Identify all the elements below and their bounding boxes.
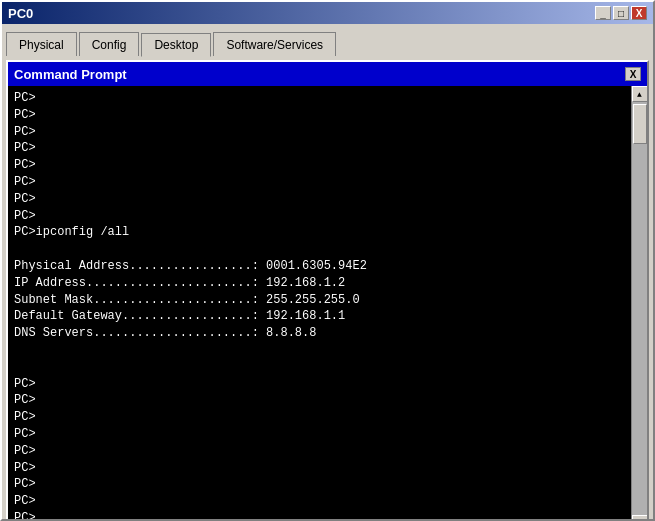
title-bar-buttons: _ □ X: [595, 6, 647, 20]
cmd-body-wrapper: PC> PC> PC> PC> PC> PC> PC> PC> PC>ipcon…: [8, 86, 647, 519]
cmd-close-button[interactable]: X: [625, 67, 641, 81]
command-prompt-window: Command Prompt X PC> PC> PC> PC> PC> PC>…: [6, 60, 649, 519]
scroll-up-button[interactable]: ▲: [632, 86, 648, 102]
main-window: PC0 _ □ X Physical Config Desktop Softwa…: [0, 0, 655, 521]
tab-physical[interactable]: Physical: [6, 32, 77, 56]
tab-software-services[interactable]: Software/Services: [213, 32, 336, 56]
title-bar: PC0 _ □ X: [2, 2, 653, 24]
maximize-button[interactable]: □: [613, 6, 629, 20]
tab-config[interactable]: Config: [79, 32, 140, 56]
scroll-thumb[interactable]: [633, 104, 647, 144]
scroll-track: [632, 102, 647, 515]
scroll-down-button[interactable]: ▼: [632, 515, 648, 519]
tab-desktop[interactable]: Desktop: [141, 33, 211, 57]
cmd-terminal[interactable]: PC> PC> PC> PC> PC> PC> PC> PC> PC>ipcon…: [8, 86, 631, 519]
minimize-button[interactable]: _: [595, 6, 611, 20]
tabs-row: Physical Config Desktop Software/Service…: [2, 24, 653, 56]
cmd-title: Command Prompt: [14, 67, 127, 82]
content-area: Command Prompt X PC> PC> PC> PC> PC> PC>…: [2, 56, 653, 519]
close-button[interactable]: X: [631, 6, 647, 20]
scrollbar: ▲ ▼: [631, 86, 647, 519]
cmd-title-bar: Command Prompt X: [8, 62, 647, 86]
window-title: PC0: [8, 6, 33, 21]
